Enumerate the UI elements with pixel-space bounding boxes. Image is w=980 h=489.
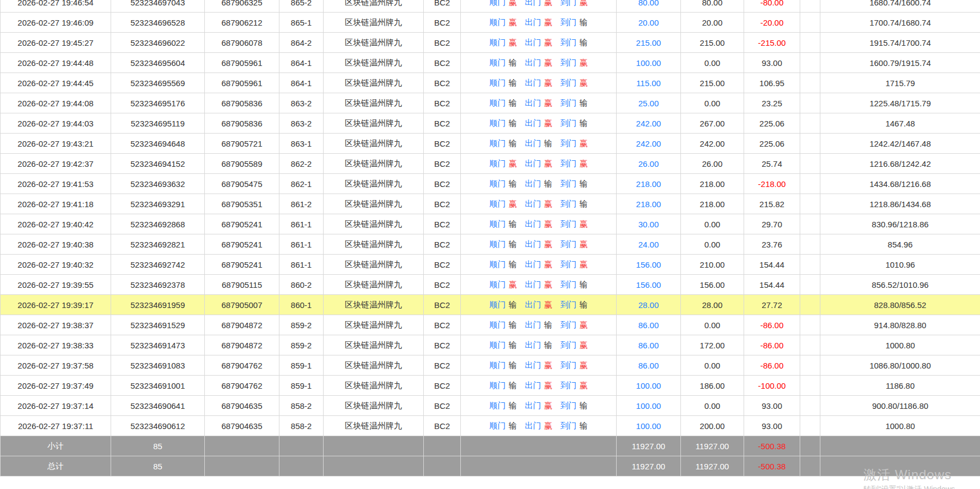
- cell-round-number: 687904762: [205, 376, 279, 396]
- bet-history-table: 2026-02-27 19:46:54 523234697043 6879063…: [0, 0, 980, 476]
- outcome-lose: 输: [509, 401, 517, 411]
- cell-bet-time: 2026-02-27 19:37:58: [1, 355, 111, 376]
- table-row[interactable]: 2026-02-27 19:37:11 523234690612 6879046…: [1, 416, 980, 436]
- gate-result: 顺门赢: [490, 159, 517, 169]
- cell-bet-time: 2026-02-27 19:37:11: [1, 416, 111, 436]
- table-row[interactable]: 2026-02-27 19:40:42 523234692868 6879052…: [1, 214, 980, 234]
- windows-activation-watermark-line2: 转到“设置”以激活 Windows。: [863, 485, 963, 489]
- table-row[interactable]: 2026-02-27 19:37:49 523234691001 6879047…: [1, 376, 980, 396]
- gate-result: 到门赢: [561, 360, 588, 371]
- table-row[interactable]: 2026-02-27 19:41:18 523234693291 6879053…: [1, 194, 980, 214]
- gate-label: 顺门: [490, 199, 506, 209]
- cell-gap: [800, 154, 820, 174]
- cell-bet-amount: 156.00: [617, 275, 681, 295]
- cell-result: 顺门输出门赢到门赢: [461, 53, 617, 73]
- gate-label: 出门: [525, 118, 541, 129]
- table-row[interactable]: 2026-02-27 19:44:08 523234695176 6879058…: [1, 93, 980, 113]
- table-row[interactable]: 2026-02-27 19:45:27 523234696022 6879060…: [1, 33, 980, 53]
- gate-label: 顺门: [490, 159, 506, 169]
- gate-label: 顺门: [490, 38, 506, 48]
- outcome-win: 赢: [509, 280, 517, 290]
- outcome-win: 赢: [580, 360, 588, 371]
- outcome-lose: 输: [509, 239, 517, 250]
- gate-label: 到门: [561, 340, 577, 351]
- table-row[interactable]: 2026-02-27 19:41:53 523234693632 6879054…: [1, 174, 980, 194]
- outcome-win: 赢: [580, 320, 588, 330]
- gate-label: 顺门: [490, 381, 506, 391]
- cell-win-loss: -86.00: [744, 355, 800, 376]
- gate-result: 顺门赢: [490, 38, 517, 48]
- cell-game-name: 区块链温州牌九: [324, 134, 424, 154]
- table-row[interactable]: 2026-02-27 19:40:38 523234692821 6879052…: [1, 234, 980, 255]
- cell-bet-number: 523234692868: [111, 214, 205, 234]
- outcome-lose: 输: [509, 118, 517, 129]
- subtotal-amount: 11927.00: [617, 436, 681, 456]
- cell-game-name: 区块链温州牌九: [324, 275, 424, 295]
- table-row[interactable]: 2026-02-27 19:43:21 523234694648 6879057…: [1, 134, 980, 154]
- table-row[interactable]: 2026-02-27 19:38:37 523234691529 6879048…: [1, 315, 980, 335]
- table-row[interactable]: 2026-02-27 19:46:09 523234696528 6879062…: [1, 13, 980, 33]
- cell-valid-amount: 215.00: [681, 73, 744, 93]
- outcome-win: 赢: [544, 239, 552, 250]
- table-row[interactable]: 2026-02-27 19:37:58 523234691083 6879047…: [1, 355, 980, 376]
- cell-win-loss: -20.00: [744, 13, 800, 33]
- result-gates: 顺门输出门赢到门赢: [490, 239, 588, 250]
- table-row[interactable]: 2026-02-27 19:44:45 523234695569 6879059…: [1, 73, 980, 93]
- outcome-win: 赢: [544, 0, 552, 8]
- cell-result: 顺门输出门赢到门赢: [461, 234, 617, 255]
- gate-label: 顺门: [490, 179, 506, 189]
- result-gates: 顺门输出门赢到门输: [490, 300, 588, 310]
- gate-result: 出门赢: [525, 239, 552, 250]
- gate-result: 到门赢: [561, 138, 588, 149]
- outcome-lose: 输: [580, 300, 588, 310]
- cell-table-code: BC2: [424, 194, 461, 214]
- table-row[interactable]: 2026-02-27 19:44:03 523234695119 6879058…: [1, 113, 980, 134]
- table-row[interactable]: 2026-02-27 19:37:14 523234690641 6879046…: [1, 396, 980, 416]
- outcome-lose: 输: [509, 259, 517, 270]
- cell-gap: [800, 376, 820, 396]
- cell-bet-amount: 100.00: [617, 376, 681, 396]
- cell-round-number: 687905475: [205, 174, 279, 194]
- outcome-win: 赢: [544, 38, 552, 48]
- subtotal-valid: 11927.00: [681, 436, 744, 456]
- gate-result: 到门赢: [561, 219, 588, 230]
- gate-label: 出门: [525, 360, 541, 371]
- table-row[interactable]: 2026-02-27 19:42:37 523234694152 6879055…: [1, 154, 980, 174]
- result-gates: 顺门输出门输到门赢: [490, 320, 588, 330]
- cell-bet-amount: 218.00: [617, 194, 681, 214]
- gate-result: 顺门输: [490, 300, 517, 310]
- table-row[interactable]: 2026-02-27 19:46:54 523234697043 6879063…: [1, 0, 980, 13]
- empty-cell: [424, 456, 461, 476]
- cell-period: 860-2: [279, 275, 324, 295]
- gate-label: 出门: [525, 199, 541, 209]
- gate-label: 出门: [525, 98, 541, 108]
- outcome-lose: 输: [509, 340, 517, 351]
- gate-result: 出门赢: [525, 360, 552, 371]
- cell-result: 顺门输出门赢到门赢: [461, 214, 617, 234]
- empty-cell: [461, 456, 617, 476]
- gate-label: 顺门: [490, 360, 506, 371]
- cell-win-loss: -218.00: [744, 174, 800, 194]
- table-row[interactable]: 2026-02-27 19:40:32 523234692742 6879052…: [1, 255, 980, 275]
- gate-result: 出门赢: [525, 38, 552, 48]
- table-row[interactable]: 2026-02-27 19:39:17 523234691959 6879050…: [1, 295, 980, 315]
- cell-period: 858-2: [279, 416, 324, 436]
- cell-table-code: BC2: [424, 33, 461, 53]
- gate-label: 到门: [561, 98, 577, 108]
- gate-label: 顺门: [490, 300, 506, 310]
- cell-bet-number: 523234696022: [111, 33, 205, 53]
- cell-period: 858-2: [279, 396, 324, 416]
- table-row[interactable]: 2026-02-27 19:44:48 523234695604 6879059…: [1, 53, 980, 73]
- outcome-lose: 输: [580, 98, 588, 108]
- table-row[interactable]: 2026-02-27 19:38:33 523234691473 6879048…: [1, 335, 980, 355]
- cell-balance: 1680.74/1600.74: [820, 0, 980, 13]
- cell-round-number: 687904762: [205, 355, 279, 376]
- cell-bet-time: 2026-02-27 19:44:03: [1, 113, 111, 134]
- cell-balance: 1434.68/1216.68: [820, 174, 980, 194]
- cell-game-name: 区块链温州牌九: [324, 194, 424, 214]
- gate-label: 顺门: [490, 138, 506, 149]
- cell-round-number: 687906078: [205, 33, 279, 53]
- gate-result: 顺门输: [490, 239, 517, 250]
- table-row[interactable]: 2026-02-27 19:39:55 523234692378 6879051…: [1, 275, 980, 295]
- cell-period: 862-2: [279, 154, 324, 174]
